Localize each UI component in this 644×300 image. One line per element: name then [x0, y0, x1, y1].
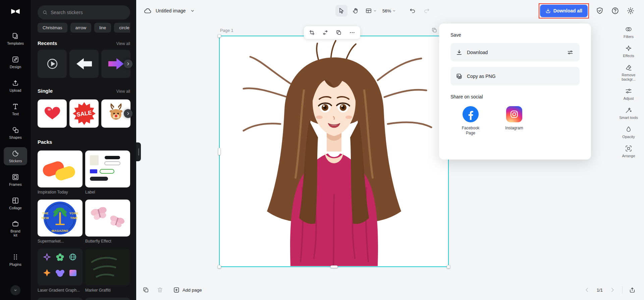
badge-text: MAGAZINE	[38, 229, 83, 232]
toolbar-left: Untitled image	[143, 0, 196, 22]
download-option-label: Download	[467, 50, 562, 55]
sidebar-item-shapes[interactable]: Shapes	[4, 124, 27, 142]
settings-button[interactable]	[626, 6, 635, 15]
instagram-share-button[interactable]: Instagram	[502, 106, 526, 136]
pack-name: Butterfly Effect	[85, 239, 130, 244]
duplicate-page-button-bottom[interactable]	[141, 285, 151, 295]
layout-grid-button[interactable]	[364, 5, 379, 16]
cloud-icon	[144, 7, 152, 15]
title-menu-button[interactable]	[189, 6, 196, 15]
single-next-button[interactable]	[124, 109, 132, 118]
download-settings-button[interactable]	[566, 48, 574, 56]
duplicate-button[interactable]	[333, 28, 345, 38]
pack-thumbnail-partial[interactable]	[38, 298, 83, 300]
sidebar-item-frames[interactable]: Frames	[4, 171, 27, 189]
sidebar-item-stickers[interactable]: Stickers	[4, 147, 27, 165]
redo-button[interactable]	[421, 5, 433, 16]
plugins-icon	[12, 253, 19, 261]
facebook-share-button[interactable]: Facebook Page	[459, 106, 483, 136]
sale-sticker[interactable]: SALE	[69, 99, 99, 128]
remove-background-tool[interactable]: Remove backgr...	[616, 64, 641, 82]
add-page-button[interactable]: Add page	[173, 287, 202, 293]
replace-button[interactable]	[319, 28, 331, 38]
sidebar-item-brand-kit[interactable]: Brand kit	[4, 218, 27, 239]
download-option-row[interactable]: Download	[450, 43, 580, 61]
delete-page-button[interactable]	[155, 285, 165, 295]
filters-icon	[625, 26, 632, 33]
redo-icon	[423, 7, 430, 14]
canvas-image[interactable]	[220, 37, 448, 266]
download-icon	[456, 49, 463, 56]
opacity-tool[interactable]: Opacity	[616, 126, 641, 139]
pack-supermarket[interactable]: THE NEW YORK TIME MAGAZINE Supermarket..…	[38, 200, 83, 244]
pack-marker-graffiti[interactable]: Marker Graffiti	[85, 249, 130, 293]
resize-handle-bottom[interactable]	[330, 265, 338, 268]
pack-thumbnail	[85, 200, 130, 237]
select-tool-button[interactable]	[335, 5, 347, 16]
search-input[interactable]	[51, 10, 125, 15]
more-options-button[interactable]	[346, 28, 358, 38]
sidebar-item-label: Plugins	[9, 262, 21, 266]
sidebar-item-label: Templates	[7, 41, 24, 45]
duplicate-page-button[interactable]	[431, 27, 439, 35]
sidebar-item-text[interactable]: Text	[4, 100, 27, 118]
undo-button[interactable]	[407, 5, 419, 16]
pack-butterfly-effect[interactable]: Butterfly Effect	[85, 200, 130, 244]
arrange-tool[interactable]: Arrange	[616, 145, 641, 158]
recent-sticker-arrow-left[interactable]	[69, 50, 99, 78]
sidebar-item-plugins[interactable]: Plugins	[4, 251, 27, 269]
adjust-tool[interactable]: Adjust	[616, 87, 641, 101]
recents-header: Recents View all	[38, 40, 130, 46]
resize-handle-bottom-left[interactable]	[218, 265, 221, 268]
table-icon	[365, 7, 372, 14]
download-all-label: Download all	[553, 8, 582, 13]
pack-thumbnail-partial[interactable]	[85, 298, 130, 300]
recents-next-button[interactable]	[124, 59, 132, 68]
tag-chip[interactable]: Christmas	[38, 23, 67, 33]
resize-handle-bottom-right[interactable]	[447, 265, 450, 268]
hand-tool-button[interactable]	[350, 5, 362, 16]
cloud-sync-button[interactable]	[143, 6, 152, 15]
pack-laser-gradient[interactable]: Laser Gradient Graph...	[38, 249, 83, 293]
more-dots-icon	[349, 30, 355, 36]
capcut-logo[interactable]	[9, 5, 22, 18]
pack-label[interactable]: Label	[85, 151, 130, 195]
single-view-all-link[interactable]: View all	[116, 89, 130, 94]
pack-inspiration-today[interactable]: Inspiration Today	[38, 151, 83, 195]
tag-chip[interactable]: arrow	[70, 23, 92, 33]
previous-page-button[interactable]	[582, 285, 592, 295]
packs-partial-row	[38, 298, 130, 300]
download-all-button[interactable]: Download all	[540, 5, 588, 17]
download-all-wrapper: Download all	[540, 5, 588, 17]
tag-chip[interactable]: circle	[114, 23, 130, 33]
canvas-page[interactable]	[220, 37, 448, 266]
privacy-shield-button[interactable]	[595, 6, 604, 15]
pack-name: Inspiration Today	[38, 190, 83, 195]
smart-tools-tool[interactable]: Smart tools	[616, 106, 641, 120]
resize-handle-left[interactable]	[218, 148, 221, 155]
next-page-button[interactable]	[607, 285, 618, 295]
copy-as-png-row[interactable]: Copy as PNG	[450, 67, 580, 85]
panel-collapse-handle[interactable]	[136, 142, 141, 161]
crop-button[interactable]	[306, 28, 318, 38]
heart-sticker[interactable]	[38, 99, 67, 128]
collapse-nav-button[interactable]	[10, 285, 20, 295]
help-button[interactable]	[610, 6, 620, 15]
recent-sticker-play[interactable]	[38, 50, 67, 78]
filters-tool[interactable]: Filters	[616, 26, 641, 39]
sidebar-item-templates[interactable]: Templates	[4, 30, 27, 48]
tag-chip[interactable]: line	[94, 23, 111, 33]
chevron-down-icon	[190, 8, 195, 13]
page-indicator: 1/1	[597, 288, 603, 293]
export-button[interactable]	[627, 285, 637, 295]
sidebar-item-upload[interactable]: Upload	[4, 77, 27, 95]
undo-icon	[409, 7, 416, 14]
recents-view-all-link[interactable]: View all	[116, 41, 130, 46]
effects-tool[interactable]: Effects	[616, 45, 641, 58]
sidebar-item-collage[interactable]: Collage	[4, 194, 27, 212]
butterflies-art	[85, 200, 130, 237]
sidebar-item-design[interactable]: Design	[4, 53, 27, 71]
sidebar-item-label: Text	[12, 112, 19, 116]
zoom-level-button[interactable]: 56%	[381, 5, 398, 16]
resize-handle-top-left[interactable]	[218, 34, 221, 38]
